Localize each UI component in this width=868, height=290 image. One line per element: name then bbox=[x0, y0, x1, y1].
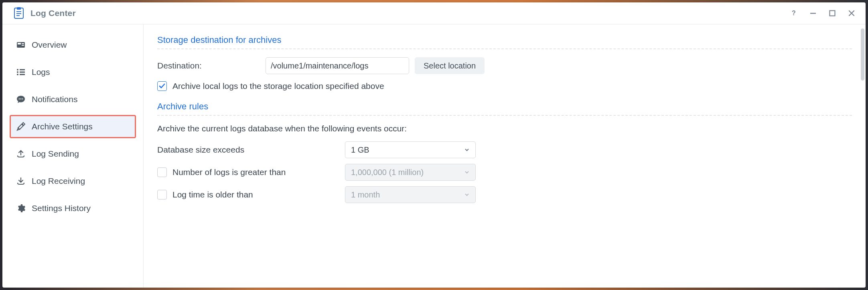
chevron-down-icon bbox=[464, 169, 470, 175]
svg-rect-6 bbox=[810, 13, 816, 14]
scrollbar-thumb[interactable] bbox=[861, 28, 864, 81]
rule-db-size-row: Database size exceeds 1 GB bbox=[157, 141, 852, 158]
app-title: Log Center bbox=[30, 8, 76, 18]
num-logs-value: 1,000,000 (1 million) bbox=[351, 168, 424, 177]
app-window: Log Center ? Overview bbox=[2, 2, 866, 288]
svg-rect-11 bbox=[22, 45, 24, 46]
svg-rect-10 bbox=[22, 43, 24, 44]
svg-rect-13 bbox=[20, 69, 25, 70]
num-logs-checkbox[interactable] bbox=[157, 167, 167, 177]
log-time-value: 1 month bbox=[351, 190, 380, 199]
destination-label: Destination: bbox=[157, 61, 266, 70]
num-logs-label: Number of logs is greater than bbox=[172, 167, 286, 177]
dashboard-icon bbox=[16, 40, 26, 50]
svg-point-19 bbox=[20, 99, 22, 100]
minimize-button[interactable] bbox=[806, 6, 820, 20]
list-icon bbox=[16, 67, 26, 77]
chat-icon bbox=[16, 95, 26, 104]
destination-row: Destination: Select location bbox=[157, 57, 852, 74]
svg-rect-15 bbox=[20, 72, 25, 73]
help-button[interactable]: ? bbox=[787, 6, 801, 20]
svg-rect-9 bbox=[18, 43, 21, 44]
close-button[interactable] bbox=[845, 6, 858, 20]
log-time-select: 1 month bbox=[345, 186, 476, 203]
log-time-checkbox[interactable] bbox=[157, 190, 167, 199]
sidebar-item-label: Notifications bbox=[32, 95, 77, 104]
sidebar-item-label: Settings History bbox=[32, 203, 91, 213]
log-time-label: Log time is older than bbox=[172, 190, 253, 199]
maximize-button[interactable] bbox=[825, 6, 839, 20]
destination-input[interactable] bbox=[266, 57, 409, 74]
db-size-select[interactable]: 1 GB bbox=[345, 141, 476, 158]
svg-rect-1 bbox=[17, 7, 21, 10]
svg-rect-17 bbox=[20, 74, 25, 75]
window-body: Overview Logs Notifications Archive Sett… bbox=[2, 24, 866, 288]
sidebar-item-label: Logs bbox=[32, 67, 50, 77]
section-title-storage: Storage destination for archives bbox=[157, 35, 852, 49]
archive-local-checkbox[interactable] bbox=[157, 81, 167, 91]
svg-point-14 bbox=[17, 71, 18, 73]
download-icon bbox=[16, 176, 26, 186]
sidebar-item-settings-history[interactable]: Settings History bbox=[10, 197, 136, 220]
svg-point-12 bbox=[17, 69, 18, 70]
chevron-down-icon bbox=[464, 147, 470, 153]
sidebar-item-label: Archive Settings bbox=[32, 122, 93, 131]
sidebar-item-label: Overview bbox=[32, 40, 67, 50]
gear-icon bbox=[16, 203, 26, 213]
sidebar-item-label: Log Sending bbox=[32, 149, 79, 159]
db-size-label: Database size exceeds bbox=[157, 145, 244, 155]
content-area: Storage destination for archives Destina… bbox=[144, 24, 866, 288]
svg-rect-7 bbox=[830, 11, 835, 16]
content-scroll[interactable]: Storage destination for archives Destina… bbox=[144, 24, 866, 288]
svg-text:?: ? bbox=[792, 10, 796, 16]
sidebar-item-logs[interactable]: Logs bbox=[10, 60, 136, 84]
upload-icon bbox=[16, 149, 26, 159]
sidebar-item-archive-settings[interactable]: Archive Settings bbox=[10, 115, 136, 138]
archive-local-row: Archive local logs to the storage locati… bbox=[157, 81, 852, 91]
rules-intro: Archive the current logs database when t… bbox=[157, 124, 852, 133]
section-title-rules: Archive rules bbox=[157, 101, 852, 116]
app-icon bbox=[13, 7, 25, 19]
sidebar-item-label: Log Receiving bbox=[32, 176, 85, 186]
rule-num-logs-row: Number of logs is greater than 1,000,000… bbox=[157, 164, 852, 181]
sidebar-item-log-sending[interactable]: Log Sending bbox=[10, 142, 136, 165]
archive-local-label: Archive local logs to the storage locati… bbox=[172, 81, 384, 91]
svg-point-20 bbox=[22, 99, 23, 100]
sidebar-item-log-receiving[interactable]: Log Receiving bbox=[10, 169, 136, 193]
tools-icon bbox=[16, 122, 26, 131]
db-size-value: 1 GB bbox=[351, 145, 369, 155]
select-location-button[interactable]: Select location bbox=[415, 57, 485, 74]
svg-point-16 bbox=[17, 74, 18, 75]
num-logs-select: 1,000,000 (1 million) bbox=[345, 164, 476, 181]
rule-log-time-row: Log time is older than 1 month bbox=[157, 186, 852, 203]
sidebar-item-notifications[interactable]: Notifications bbox=[10, 88, 136, 111]
titlebar: Log Center ? bbox=[2, 2, 866, 24]
svg-point-18 bbox=[19, 99, 20, 100]
sidebar: Overview Logs Notifications Archive Sett… bbox=[2, 24, 144, 288]
sidebar-item-overview[interactable]: Overview bbox=[10, 33, 136, 56]
chevron-down-icon bbox=[464, 192, 470, 197]
